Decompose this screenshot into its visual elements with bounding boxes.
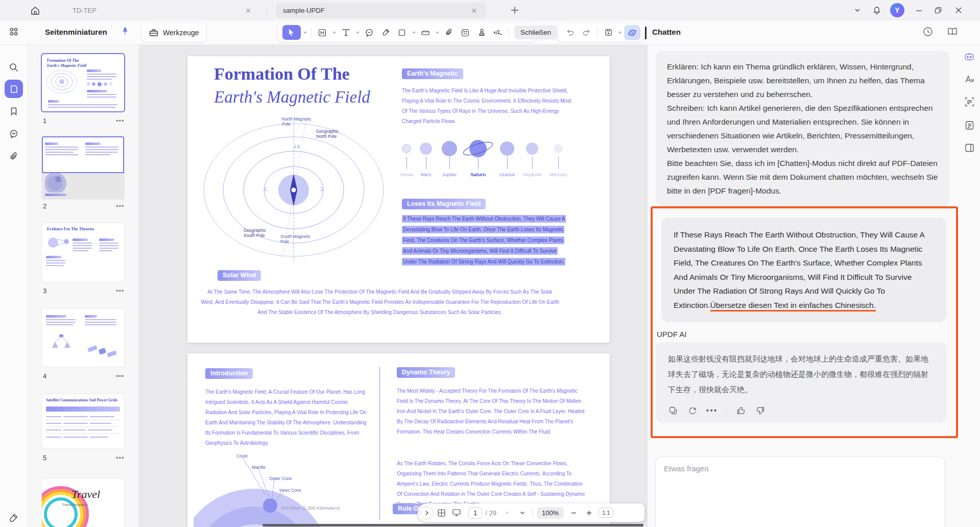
planet-label-saturn: Saturn xyxy=(463,172,493,177)
current-page-input[interactable]: 1 xyxy=(468,507,482,519)
thumb3-col1 xyxy=(46,254,68,266)
signature-tool[interactable] xyxy=(490,25,506,40)
measure-tool-chevron-icon[interactable] xyxy=(434,25,440,40)
doc-title-line1: Formation Of The xyxy=(214,64,350,84)
bookmarks-icon[interactable] xyxy=(5,102,23,121)
save-icon[interactable] xyxy=(601,25,616,40)
home-icon[interactable] xyxy=(29,4,42,17)
presentation-mode-icon[interactable] xyxy=(449,506,464,520)
pdf-page-1[interactable]: Formation Of The Earth's Magnetic Field … xyxy=(187,56,610,343)
thumbnail-menu-icon[interactable]: ••• xyxy=(116,454,126,461)
text-tool[interactable] xyxy=(338,25,353,40)
chat-panel: Erklären: Ich kann ein Thema gründlich e… xyxy=(647,45,980,527)
apps-grid-icon[interactable] xyxy=(8,26,19,37)
titlebar-chevron-down-icon[interactable] xyxy=(847,0,868,20)
toolbar-divider xyxy=(597,28,597,37)
comments-list-icon[interactable] xyxy=(5,125,23,143)
chat-input-card: Denken xyxy=(655,457,945,527)
pin-icon[interactable] xyxy=(121,27,130,36)
notifications-bell-icon[interactable] xyxy=(866,0,888,20)
tab-close-icon[interactable]: ✕ xyxy=(243,6,253,16)
doc-title-line2: Earth's Magnetic Field xyxy=(214,88,370,107)
planet-uranus xyxy=(500,141,514,156)
text-tool-chevron-icon[interactable] xyxy=(354,25,361,40)
pdf-page-2[interactable]: Introduction The Earth's Magnetic Field,… xyxy=(187,353,610,527)
select-cursor-tool[interactable] xyxy=(282,25,301,40)
minimize-button[interactable] xyxy=(908,0,929,20)
stylus-pen-icon[interactable] xyxy=(5,509,23,527)
user-avatar[interactable]: Y xyxy=(887,0,908,20)
redo-icon[interactable] xyxy=(579,25,594,40)
notebook-sparkle-icon[interactable] xyxy=(947,26,958,37)
panel-resize-handle[interactable] xyxy=(645,27,647,39)
badge-dynamo-theory: Dynamo Theory xyxy=(397,367,455,378)
fit-actual-size-button[interactable]: 1:1 xyxy=(599,508,613,518)
attachment-tool[interactable] xyxy=(441,25,457,40)
thumbnail-page-1[interactable]: Formation Of The Earth's Magnetic Field xyxy=(42,54,124,111)
core-label-inner-core: Inner Core xyxy=(279,488,301,493)
tab-sample-updf[interactable]: sample-UPDF ✕ xyxy=(276,3,486,18)
shape-tool[interactable] xyxy=(394,25,410,40)
page-thumbnails-icon[interactable] xyxy=(5,80,23,98)
thumbnail-page-3[interactable]: Evidence For The Theories xyxy=(42,223,124,282)
schliessen-button[interactable]: Schließen xyxy=(514,26,557,39)
thumbnail-menu-icon[interactable]: ••• xyxy=(116,287,126,294)
thumb1-minilines xyxy=(84,67,119,98)
chat-history-icon[interactable] xyxy=(922,26,934,37)
reader-panel-rail-icon[interactable] xyxy=(962,140,977,155)
translate-text-rail-icon[interactable] xyxy=(962,71,977,87)
previous-page-icon[interactable] xyxy=(499,506,515,520)
diagram-label-north-magnetic-pole: North Magnetic Pole xyxy=(282,116,318,127)
thumbs-down-icon[interactable] xyxy=(755,405,766,416)
highlighter-tool[interactable] xyxy=(378,25,393,40)
next-page-icon[interactable] xyxy=(515,506,530,520)
stamp-tool[interactable] xyxy=(474,25,489,40)
save-chevron-icon[interactable] xyxy=(617,25,623,40)
thumbnail-menu-icon[interactable]: ••• xyxy=(116,117,126,124)
planet-jupiter xyxy=(442,141,457,156)
more-options-icon[interactable]: ••• xyxy=(707,405,717,416)
thumbnail-menu-icon[interactable]: ••• xyxy=(116,202,126,209)
chat-input[interactable] xyxy=(664,464,937,473)
maximize-button[interactable] xyxy=(927,0,949,20)
collapse-toolbar-button[interactable] xyxy=(420,506,434,520)
ocr-scan-rail-icon[interactable] xyxy=(962,94,977,109)
undo-icon[interactable] xyxy=(562,25,578,40)
attachments-icon[interactable] xyxy=(5,147,23,165)
comment-tool[interactable] xyxy=(362,25,377,40)
thumbnails-panel-title: Seitenminiaturen xyxy=(45,28,107,36)
regenerate-icon[interactable] xyxy=(687,405,698,416)
page-grid-view-icon[interactable] xyxy=(434,506,449,520)
copy-icon[interactable] xyxy=(668,405,678,416)
zoom-out-icon[interactable] xyxy=(566,506,581,520)
thumbs-up-icon[interactable] xyxy=(736,405,746,416)
para-introduction: The Earth's Magnetic Field, A Crucial Fe… xyxy=(205,387,370,448)
thumbnail-menu-icon[interactable]: ••• xyxy=(116,372,126,379)
thumbnail-page-6[interactable]: Travel Trend Research xyxy=(42,478,124,527)
shape-tool-chevron-icon[interactable] xyxy=(411,25,417,40)
edit-text-tool[interactable] xyxy=(315,25,330,40)
thumbnail-page-number: 4 xyxy=(43,372,46,380)
tab-close-icon[interactable]: ✕ xyxy=(469,6,479,16)
thumbnail-page-5[interactable]: Satellite Communications And Power Grids xyxy=(42,394,124,448)
cursor-tool-chevron-icon[interactable] xyxy=(302,25,308,40)
close-window-button[interactable] xyxy=(948,0,969,20)
measure-tool[interactable] xyxy=(418,25,433,40)
tab-td-tep[interactable]: TD-TEP ✕ xyxy=(65,3,260,18)
zoom-level-display[interactable]: 100% xyxy=(537,507,564,519)
thumb6-title: Travel xyxy=(71,488,100,501)
ai-assistant-rail-icon[interactable] xyxy=(962,49,977,64)
total-pages-label: / 29 xyxy=(485,509,496,517)
thumbnail-page-4[interactable] xyxy=(42,309,124,367)
selected-doc-text[interactable]: If These Rays Reach The Earth Without Ob… xyxy=(402,213,570,267)
notes-rail-icon[interactable] xyxy=(962,117,977,133)
werkzeuge-button[interactable]: Werkzeuge xyxy=(142,23,206,42)
sticker-tool[interactable] xyxy=(458,25,473,40)
new-tab-button[interactable] xyxy=(509,4,521,16)
ai-assistant-button[interactable] xyxy=(624,25,640,40)
zoom-in-icon[interactable] xyxy=(581,506,596,520)
thumbnail-page-2[interactable] xyxy=(42,136,124,199)
horizontal-scrollbar[interactable] xyxy=(262,524,643,526)
edit-tool-chevron-icon[interactable] xyxy=(331,25,337,40)
search-icon[interactable] xyxy=(5,58,23,77)
